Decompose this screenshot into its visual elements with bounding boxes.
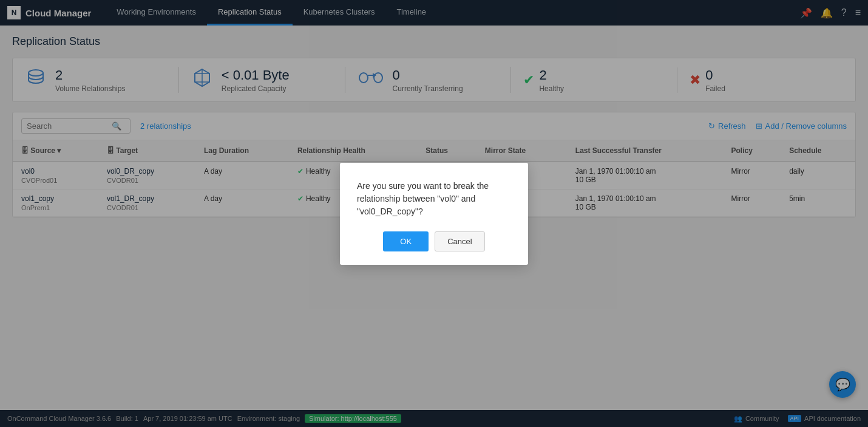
dialog-actions: OK Cancel xyxy=(357,231,511,251)
dialog-overlay: Are you sure you want to break the relat… xyxy=(0,0,868,427)
confirm-dialog: Are you sure you want to break the relat… xyxy=(340,163,528,265)
dialog-ok-button[interactable]: OK xyxy=(383,231,429,251)
dialog-message: Are you sure you want to break the relat… xyxy=(357,180,511,218)
dialog-cancel-button[interactable]: Cancel xyxy=(435,231,484,251)
